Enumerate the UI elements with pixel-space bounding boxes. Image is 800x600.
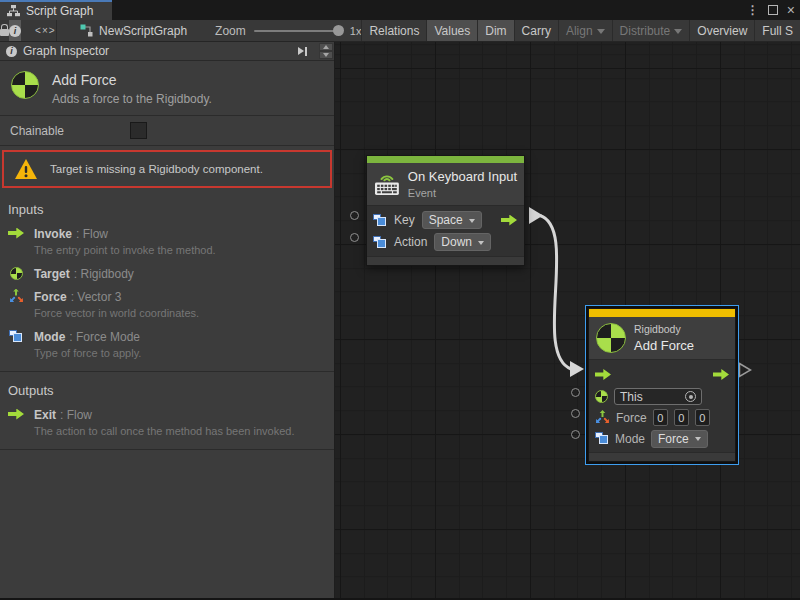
action-dropdown[interactable]: Down bbox=[434, 233, 491, 251]
chainable-row: Chainable bbox=[0, 116, 334, 145]
warning-box: Target is missing a Rigidbody component. bbox=[2, 150, 332, 188]
lock-button[interactable] bbox=[0, 20, 9, 41]
zoom-control: Zoom 1x bbox=[215, 24, 361, 38]
on-keyboard-input-node[interactable]: On Keyboard Input Event Key Space Action bbox=[366, 155, 525, 266]
inputs-header: Inputs bbox=[0, 191, 334, 220]
close-icon[interactable]: × bbox=[787, 0, 795, 20]
flow-row bbox=[595, 363, 729, 386]
zoom-slider[interactable] bbox=[254, 30, 342, 32]
flow-input-port[interactable] bbox=[595, 369, 611, 380]
warning-icon bbox=[14, 158, 38, 180]
script-graph-window: Script Graph ⋮ × i <×> NewScriptGraph Zo… bbox=[0, 0, 800, 600]
force-y-input[interactable]: 0 bbox=[674, 409, 689, 426]
dock-icon bbox=[298, 47, 304, 55]
value-port[interactable] bbox=[571, 430, 580, 439]
unit-summary: Add Force Adds a force to the Rigidbody. bbox=[0, 61, 334, 115]
mode-label: Mode bbox=[615, 432, 645, 446]
zoom-slider-knob[interactable] bbox=[333, 25, 344, 36]
warning-text: Target is missing a Rigidbody component. bbox=[50, 163, 263, 175]
force-row: Force 0 0 0 bbox=[595, 407, 729, 428]
input-row-force: Force: Vector 3 Force vector in world co… bbox=[0, 283, 334, 323]
force-z-input[interactable]: 0 bbox=[695, 409, 710, 426]
scroll-up-button[interactable] bbox=[319, 43, 333, 51]
value-port[interactable] bbox=[571, 388, 580, 397]
enum-icon bbox=[373, 214, 387, 227]
flow-output-port[interactable] bbox=[713, 369, 729, 380]
carry-button[interactable]: Carry bbox=[514, 20, 558, 41]
add-force-node-selection[interactable]: Rigidbody Add Force This bbox=[585, 305, 739, 465]
chainable-checkbox[interactable] bbox=[130, 122, 147, 139]
chevron-down-icon bbox=[478, 241, 484, 245]
overview-button[interactable]: Overview bbox=[689, 20, 754, 41]
dock-panel-button[interactable] bbox=[294, 47, 311, 56]
mode-row: Mode Force bbox=[595, 428, 729, 449]
node-subtitle: Event bbox=[408, 187, 517, 199]
node-footer bbox=[367, 256, 524, 265]
graph-canvas[interactable]: On Keyboard Input Event Key Space Action bbox=[335, 42, 800, 598]
target-row: This bbox=[595, 386, 729, 407]
vector3-icon bbox=[9, 289, 24, 304]
values-button[interactable]: Values bbox=[426, 20, 477, 41]
input-row-mode: Mode: Force Mode Type of force to apply. bbox=[0, 323, 334, 363]
rigidbody-icon bbox=[10, 267, 23, 280]
info-icon: i bbox=[9, 25, 21, 37]
target-object-field[interactable]: This bbox=[614, 388, 702, 405]
tab-script-graph[interactable]: Script Graph bbox=[0, 0, 112, 20]
scroll-down-button[interactable] bbox=[319, 51, 333, 59]
force-x-input[interactable]: 0 bbox=[653, 409, 668, 426]
node-category: Rigidbody bbox=[634, 323, 694, 335]
chevron-down-icon bbox=[597, 29, 605, 34]
graph-toolbar: i <×> NewScriptGraph Zoom 1x Relations V… bbox=[0, 20, 800, 42]
fullscreen-button[interactable]: Full S bbox=[754, 20, 800, 41]
rigidbody-icon bbox=[596, 323, 626, 353]
window-controls: ⋮ × bbox=[747, 0, 795, 20]
action-label: Action bbox=[394, 235, 427, 249]
graph-name-label: NewScriptGraph bbox=[99, 24, 187, 38]
output-row-exit: Exit: Flow The action to call once the m… bbox=[0, 401, 334, 441]
lock-icon bbox=[0, 29, 9, 36]
event-color-bar bbox=[367, 156, 524, 163]
output-desc: The action to call once the method has b… bbox=[34, 425, 326, 438]
window-menu-icon[interactable]: ⋮ bbox=[747, 0, 759, 20]
warning-color-bar bbox=[589, 309, 735, 317]
flow-connection bbox=[540, 216, 571, 370]
chainable-label: Chainable bbox=[10, 124, 130, 138]
graph-name-breadcrumb[interactable]: NewScriptGraph bbox=[80, 24, 187, 38]
code-preview-button[interactable]: <×> bbox=[35, 20, 56, 41]
value-port[interactable] bbox=[350, 211, 359, 220]
action-row: Action Down bbox=[373, 231, 518, 253]
vector3-icon bbox=[595, 410, 610, 425]
chevron-down-icon bbox=[674, 29, 682, 34]
tab-label: Script Graph bbox=[26, 4, 93, 18]
inspector-header: i Graph Inspector bbox=[0, 42, 334, 61]
force-label: Force bbox=[616, 411, 647, 425]
relations-button[interactable]: Relations bbox=[361, 20, 426, 41]
triangle-up-icon bbox=[323, 45, 329, 49]
outputs-header: Outputs bbox=[0, 372, 334, 401]
value-port[interactable] bbox=[350, 233, 359, 242]
add-force-node[interactable]: Rigidbody Add Force This bbox=[588, 308, 736, 462]
chevron-down-icon bbox=[469, 219, 475, 223]
distribute-button[interactable]: Distribute bbox=[612, 20, 690, 41]
rigidbody-icon bbox=[595, 390, 608, 403]
connection-end-arrow bbox=[570, 361, 584, 377]
key-dropdown[interactable]: Space bbox=[422, 211, 482, 229]
dim-button[interactable]: Dim bbox=[477, 20, 513, 41]
inspector-title: Graph Inspector bbox=[23, 44, 288, 58]
output-port-triangle[interactable] bbox=[740, 364, 751, 377]
graph-hierarchy-icon bbox=[7, 5, 20, 17]
zoom-value: 1x bbox=[350, 25, 362, 37]
flow-output-port[interactable] bbox=[501, 215, 517, 226]
divider bbox=[0, 145, 334, 146]
inspector-toggle-button[interactable]: i bbox=[9, 20, 21, 41]
maximize-icon[interactable] bbox=[768, 5, 778, 15]
enum-icon bbox=[595, 432, 609, 445]
flow-arrow-icon bbox=[8, 409, 24, 420]
mode-dropdown[interactable]: Force bbox=[651, 430, 708, 448]
object-picker-icon[interactable] bbox=[685, 391, 696, 402]
unit-subtitle: Adds a force to the Rigidbody. bbox=[52, 92, 212, 106]
value-port[interactable] bbox=[571, 409, 580, 418]
align-button[interactable]: Align bbox=[558, 20, 612, 41]
view-options: Relations Values Dim Carry Align Distrib… bbox=[361, 20, 800, 41]
input-desc: Force vector in world coordinates. bbox=[34, 307, 326, 320]
